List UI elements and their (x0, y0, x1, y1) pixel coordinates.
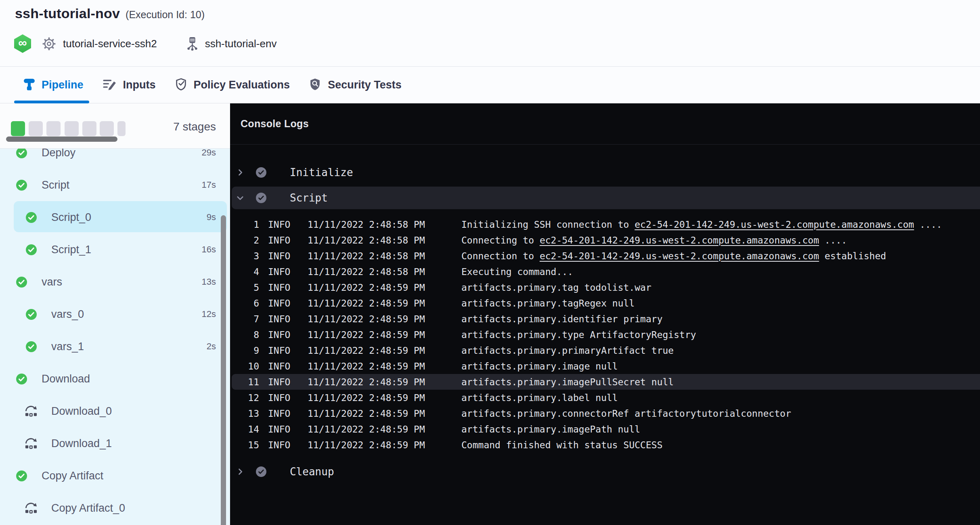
log-line: 9 INFO 11/11/2022 2:48:59 PM artifacts.p… (230, 342, 980, 358)
service-name[interactable]: tutorial-service-ssh2 (63, 38, 157, 50)
log-level: INFO (268, 393, 291, 403)
stage-item-script[interactable]: Script 17s (0, 169, 230, 201)
log-text: artifacts.primary.label null (461, 393, 618, 403)
log-level: INFO (268, 235, 291, 246)
stage-duration: 13s (202, 277, 216, 287)
chevron-right-icon (236, 467, 245, 476)
stage-item-vars[interactable]: vars 13s (0, 266, 230, 298)
log-message: Executing command... (461, 267, 573, 277)
inputs-pencil-icon (103, 78, 117, 92)
log-link[interactable]: ec2-54-201-142-249.us-west-2.compute.ama… (540, 235, 819, 246)
log-timestamp: 11/11/2022 2:48:59 PM (308, 330, 429, 340)
log-level: INFO (268, 219, 291, 230)
console-logs-panel: Console Logs Initialize Sc (230, 103, 980, 525)
log-text: Initializing SSH connection to (461, 219, 634, 230)
tab-label: Pipeline (42, 79, 84, 91)
log-section-cleanup[interactable]: Cleanup (230, 464, 980, 480)
log-message: artifacts.primary.primaryArtifact true (461, 345, 674, 356)
log-text: Command finished with status SUCCESS (461, 440, 663, 450)
log-timestamp: 11/11/2022 2:48:59 PM (308, 440, 429, 450)
success-check-icon (24, 210, 38, 224)
success-check-icon (24, 243, 38, 256)
log-timestamp: 11/11/2022 2:48:59 PM (308, 393, 429, 403)
environment-name[interactable]: ssh-tutorial-env (205, 38, 277, 50)
shield-search-icon (309, 78, 321, 92)
stage-item-copy-artifact[interactable]: Copy Artifact (0, 460, 230, 492)
progress-segment-pending (82, 121, 96, 136)
progress-segment-pending (65, 121, 79, 136)
log-level: INFO (268, 314, 291, 324)
tab-pipeline[interactable]: Pipeline (23, 67, 84, 103)
log-link[interactable]: ec2-54-201-142-249.us-west-2.compute.ama… (540, 251, 819, 261)
log-text: artifacts.primary.tag todolist.war (461, 282, 651, 293)
log-link[interactable]: ec2-54-201-142-249.us-west-2.compute.ama… (634, 219, 914, 230)
log-line: 15 INFO 11/11/2022 2:48:59 PM Command fi… (230, 437, 980, 453)
tab-bar: Pipeline Inputs Policy Evaluations (0, 67, 980, 103)
log-line: 14 INFO 11/11/2022 2:48:59 PM artifacts.… (230, 421, 980, 437)
log-line-number: 5 (230, 282, 259, 293)
stage-item-download-0[interactable]: Download_0 (0, 395, 230, 427)
stage-label: Script_0 (51, 211, 91, 224)
log-text: artifacts.primary.tagRegex null (461, 298, 634, 309)
tab-security-tests[interactable]: Security Tests (309, 67, 402, 103)
log-text: established (819, 251, 886, 261)
stage-item-vars-1[interactable]: vars_1 2s (0, 330, 230, 363)
stage-item-deploy[interactable]: Deploy 29s (0, 149, 230, 169)
log-message: artifacts.primary.connectorRef artifacto… (461, 408, 791, 419)
log-message: artifacts.primary.type ArtifactoryRegist… (461, 330, 696, 340)
log-level: INFO (268, 330, 291, 340)
log-text: artifacts.primary.imagePath null (461, 424, 640, 435)
section-success-icon (256, 167, 266, 178)
log-line: 11 INFO 11/11/2022 2:48:59 PM artifacts.… (230, 374, 980, 390)
log-line: 7 INFO 11/11/2022 2:48:59 PM artifacts.p… (230, 311, 980, 327)
stage-label: vars_0 (51, 308, 84, 321)
stages-progress-panel: 7 stages (0, 103, 230, 149)
log-section-initialize[interactable]: Initialize (230, 164, 980, 181)
stage-item-script-0[interactable]: Script_0 9s (0, 201, 230, 233)
stage-graph-scrollbar[interactable] (6, 136, 117, 142)
rollback-icon (24, 437, 38, 450)
log-level: INFO (268, 251, 291, 261)
log-text: .... (914, 219, 942, 230)
stage-item-copy-artifact-0[interactable]: Copy Artifact_0 (0, 492, 230, 524)
log-timestamp: 11/11/2022 2:48:59 PM (308, 377, 429, 387)
success-check-icon (15, 149, 28, 160)
log-text: artifacts.primary.primaryArtifact true (461, 345, 674, 356)
tab-label: Security Tests (328, 79, 402, 91)
log-level: INFO (268, 282, 291, 293)
stage-label: Download (42, 373, 90, 385)
stage-item-download[interactable]: Download (0, 363, 230, 395)
log-level: INFO (268, 377, 291, 387)
log-line-number: 15 (230, 440, 259, 450)
progress-segment-pending (117, 121, 126, 136)
stage-item-download-1[interactable]: Download_1 (0, 427, 230, 460)
environment-icon (186, 37, 199, 51)
shield-check-icon (175, 78, 187, 92)
log-text: artifacts.primary.image null (461, 361, 618, 372)
stage-item-vars-0[interactable]: vars_0 12s (0, 298, 230, 330)
page-title: ssh-tutorial-nov (15, 6, 120, 21)
pipeline-icon (23, 78, 35, 92)
log-message: Initializing SSH connection to ec2-54-20… (461, 219, 942, 230)
log-message: artifacts.primary.imagePath null (461, 424, 640, 435)
tab-policy-evaluations[interactable]: Policy Evaluations (175, 67, 290, 103)
log-line: 1 INFO 11/11/2022 2:48:58 PM Initializin… (230, 216, 980, 232)
log-level: INFO (268, 267, 291, 277)
success-check-icon (15, 469, 28, 483)
log-section-script[interactable]: Script (230, 187, 980, 209)
section-title: Initialize (290, 166, 353, 178)
log-line-number: 10 (230, 361, 259, 372)
log-text: artifacts.primary.type ArtifactoryRegist… (461, 330, 696, 340)
log-level: INFO (268, 345, 291, 356)
log-line-number: 3 (230, 251, 259, 261)
stage-duration: 17s (202, 180, 216, 190)
success-check-icon (15, 178, 28, 192)
stage-item-script-1[interactable]: Script_1 16s (0, 233, 230, 266)
log-timestamp: 11/11/2022 2:48:58 PM (308, 235, 429, 246)
rollback-icon (24, 404, 38, 418)
log-text: Connection to (461, 251, 540, 261)
tab-inputs[interactable]: Inputs (103, 67, 156, 103)
log-timestamp: 11/11/2022 2:48:58 PM (308, 251, 429, 261)
log-level: INFO (268, 440, 291, 450)
log-line-number: 7 (230, 314, 259, 324)
